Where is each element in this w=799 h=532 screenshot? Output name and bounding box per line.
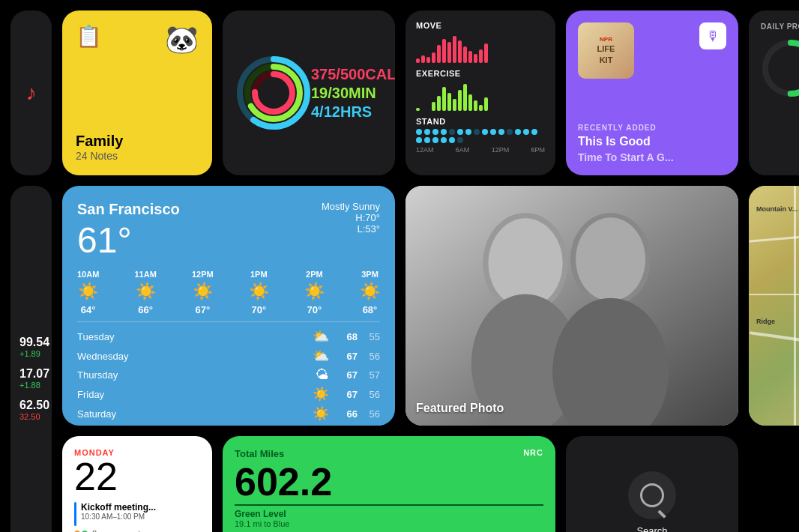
weather-day-wed: Wednesday ⛅ 67 56	[77, 348, 380, 364]
photos-widget[interactable]: Featured Photo	[405, 186, 738, 426]
fitness-exercise-label: EXERCISE	[416, 69, 545, 78]
widget-grid: ♪ 📋 🐼 Family 24 Notes	[0, 0, 799, 532]
activity-ring	[236, 55, 311, 130]
activity-exercise: 19/30MIN	[311, 85, 395, 102]
podcasts-album-art: NPR LIFE KIT	[578, 22, 634, 79]
weather-hour-1: 11AM ☀️ 66°	[134, 270, 156, 315]
activity-stand: 4/12HRS	[311, 103, 395, 121]
nike-widget[interactable]: Total Miles NRC 602.2 Green Level 19.1 m…	[223, 436, 555, 532]
weather-location: San Francisco 61°	[77, 201, 180, 261]
stock-price-2: 17.07	[19, 367, 43, 381]
nike-logo: NRC	[523, 448, 543, 457]
weather-hour-5: 3PM ☀️ 68°	[360, 270, 380, 315]
fitness-times: 12AM 6AM 12PM 6PM	[416, 146, 545, 154]
weather-day-sat: Saturday ☀️ 66 56	[77, 405, 380, 422]
weather-hourly: 10AM ☀️ 64° 11AM ☀️ 66° 12PM ☀️ 67° 1PM …	[77, 270, 380, 315]
nike-header: Total Miles NRC	[235, 448, 543, 459]
stock-item-2: 17.07 +1.88	[19, 367, 43, 390]
cal-event-time-1: 10:30 AM–1:00 PM	[81, 513, 156, 521]
notes-icon: 📋	[76, 24, 102, 49]
stock-change-3: 32.50	[19, 412, 43, 421]
svg-point-13	[576, 217, 645, 300]
stock-price-1: 99.54	[19, 336, 43, 349]
music-icon: ♪	[26, 81, 37, 105]
weather-widget[interactable]: San Francisco 61° Mostly Sunny H:70° L:5…	[62, 186, 395, 426]
weather-hour-2: 12PM ☀️ 67°	[192, 270, 214, 315]
fitness-stand-dots	[416, 129, 545, 143]
fitness-stand-label: STAND	[416, 117, 545, 126]
activity-move: 375/500CAL	[311, 66, 395, 83]
podcasts-subtitle: Time To Start A G...	[578, 151, 726, 163]
nike-miles: 602.2	[235, 462, 543, 501]
search-magnify-container	[640, 483, 664, 507]
nike-to-next: 19.1 mi to Blue	[235, 519, 543, 528]
weather-hour-0: 10AM ☀️ 64°	[77, 270, 99, 315]
weather-hour-4: 2PM ☀️ 70°	[304, 270, 325, 315]
weather-divider	[77, 321, 380, 322]
photos-caption: Featured Photo	[416, 402, 504, 415]
search-label: Search	[636, 525, 667, 533]
podcasts-tag: RECENTLY ADDED	[578, 124, 726, 132]
svg-point-6	[765, 43, 799, 94]
activity-stats: 375/500CAL 19/30MIN 4/12HRS	[311, 66, 395, 121]
fitness-move-chart	[416, 33, 545, 63]
map-widget[interactable]: Mountain V... Ridge	[749, 186, 799, 426]
activity-widget[interactable]: 375/500CAL 19/30MIN 4/12HRS	[223, 10, 395, 175]
daily-title: DAILY PROGRE...	[761, 22, 799, 31]
weather-day-thu: Thursday 🌤 67 57	[77, 367, 380, 383]
podcasts-info: RECENTLY ADDED This Is Good Time To Star…	[578, 118, 726, 163]
podcasts-app-icon: 🎙	[699, 22, 726, 49]
stock-price-3: 62.50	[19, 399, 43, 412]
photos-image	[405, 186, 738, 426]
map-background: Mountain V... Ridge	[749, 186, 799, 426]
fitness-widget[interactable]: MOVE EXERCISE	[405, 10, 555, 175]
cal-event-1: Kickoff meeting... 10:30 AM–1:00 PM	[74, 502, 200, 526]
stock-item-3: 62.50 32.50	[19, 399, 43, 421]
search-magnify-icon	[640, 483, 664, 507]
notes-title: Family	[76, 133, 199, 150]
stock-change-2: +1.88	[19, 381, 43, 390]
fitness-exercise-chart	[416, 81, 545, 111]
activity-inner: 375/500CAL 19/30MIN 4/12HRS	[236, 55, 382, 130]
cal-date: 22	[74, 457, 200, 496]
nike-level: Green Level	[235, 504, 543, 519]
stock-item-1: 99.54 +1.89	[19, 336, 43, 358]
weather-condition: Mostly Sunny H:70° L:53°	[322, 201, 380, 235]
weather-hour-3: 1PM ☀️ 70°	[249, 270, 269, 315]
podcasts-title: This Is Good	[578, 135, 726, 148]
podcasts-header: NPR LIFE KIT 🎙	[578, 22, 726, 79]
nike-label: Total Miles	[235, 448, 284, 459]
notes-count: 24 Notes	[76, 150, 199, 162]
notes-bear-icon: 🐼	[165, 24, 199, 55]
cal-event-details-1: Kickoff meeting... 10:30 AM–1:00 PM	[81, 502, 156, 521]
cal-more-text: 2 more events	[92, 529, 145, 532]
stock-change-1: +1.89	[19, 349, 43, 358]
weather-day-fri: Friday ☀️ 67 56	[77, 386, 380, 402]
stocks-widget[interactable]: 99.54 +1.89 17.07 +1.88 62.50 32.50	[10, 186, 52, 532]
calendar-widget[interactable]: MONDAY 22 Kickoff meeting... 10:30 AM–1:…	[62, 436, 212, 532]
daily-ring-area: 534 / 1,2... Cal	[761, 38, 799, 98]
weather-temp: 61°	[77, 220, 180, 261]
cal-more-events: 2 more events	[74, 529, 200, 532]
search-circle[interactable]	[628, 471, 676, 519]
weather-day-tue: Tuesday ⛅ 68 55	[77, 328, 380, 345]
notes-widget[interactable]: 📋 🐼 Family 24 Notes	[62, 10, 212, 175]
cal-event-bar-1	[74, 502, 76, 526]
weather-city: San Francisco	[77, 201, 180, 218]
notes-footer: Family 24 Notes	[76, 133, 199, 162]
fitness-move-label: MOVE	[416, 21, 545, 30]
cal-event-title-1: Kickoff meeting...	[81, 502, 156, 513]
daily-progress-widget[interactable]: DAILY PROGRE... 534 / 1,2... Cal	[749, 10, 799, 175]
music-widget[interactable]: ♪	[10, 10, 52, 175]
weather-top: San Francisco 61° Mostly Sunny H:70° L:5…	[77, 201, 380, 261]
podcasts-widget[interactable]: NPR LIFE KIT 🎙 RECENTLY ADDED This Is Go…	[566, 10, 738, 175]
notes-header: 📋 🐼	[76, 24, 199, 55]
weather-daily-forecast: Tuesday ⛅ 68 55 Wednesday ⛅ 67 56 Thursd…	[77, 328, 380, 422]
search-widget[interactable]: Search	[566, 436, 738, 532]
